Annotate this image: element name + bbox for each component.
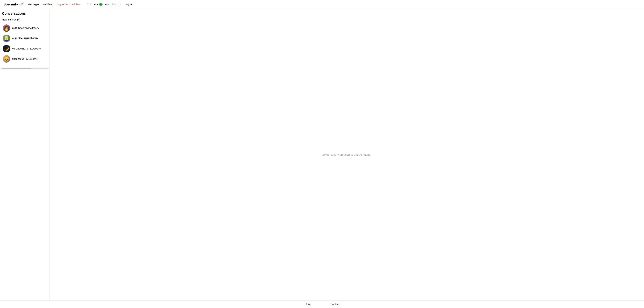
logout-button[interactable]: Logout (125, 3, 132, 6)
scrollbar-thumb (2, 68, 31, 69)
header-nav: Messages Matching Logged as : recipient (28, 3, 80, 6)
conversations-title: Conversations (2, 12, 50, 16)
new-matches-label: New matches (4) (2, 18, 50, 21)
chevron-down-icon: ▾ (118, 3, 118, 6)
logged-as-label: Logged as : recipient (57, 3, 80, 6)
match-item-4[interactable]: 0xe52d96cFB713E3f784 (2, 54, 50, 64)
match-item-3[interactable]: 0xF2500381F9787Ae91F5 (2, 44, 50, 54)
match-address-1: 0x10fB9A3f37dBcd93cEa (12, 27, 40, 30)
sidebar: Conversations New matches (4) 0x10fB9A3f… (0, 9, 50, 300)
sidebar-scrollbar[interactable] (1, 68, 49, 70)
matching-nav-link[interactable]: Matching (43, 3, 53, 6)
bottom-bar: Likes Dislikes (0, 300, 644, 308)
match-item-1[interactable]: 0x10fB9A3f37dBcd93cEa (2, 23, 50, 33)
wallet-balance: 0.01 SEP (88, 3, 98, 6)
avatar-2 (3, 35, 10, 42)
avatar-4 (3, 55, 10, 62)
scrollbar-track (1, 68, 49, 69)
match-address-3: 0xF2500381F9787Ae91F5 (12, 47, 41, 50)
match-item-2[interactable]: 0x90Cf3e1FB9D1b35Fad (2, 33, 50, 44)
logo-emoji: 🍼 (19, 2, 24, 7)
avatar-1 (3, 24, 10, 32)
match-address-2: 0x90Cf3e1FB9D1b35Fad (12, 37, 40, 40)
avatar-3 (3, 45, 10, 52)
wallet-badge[interactable]: 0.01 SEP 🌲 0x0A...7265 ▾ (86, 2, 121, 7)
dislikes-tab[interactable]: Dislikes (331, 303, 340, 306)
sidebar-content: Conversations New matches (4) 0x10fB9A3f… (0, 9, 50, 67)
header: Spermify 🍼 Messages Matching Logged as :… (0, 0, 644, 9)
wallet-icon: 🌲 (99, 3, 102, 6)
match-address-4: 0xe52d96cFB713E3f784 (12, 58, 38, 60)
app-logo: Spermify 🍼 (4, 2, 24, 7)
empty-chat-message: Select a conversation to start chatting. (322, 153, 371, 156)
likes-tab[interactable]: Likes (304, 303, 310, 306)
main-container: Conversations New matches (4) 0x10fB9A3f… (0, 9, 644, 300)
wallet-address: 0x0A...7265 (104, 3, 116, 6)
chat-area: Select a conversation to start chatting. (50, 9, 644, 300)
messages-nav-link[interactable]: Messages (28, 3, 40, 6)
logo-text: Spermify (4, 2, 18, 6)
